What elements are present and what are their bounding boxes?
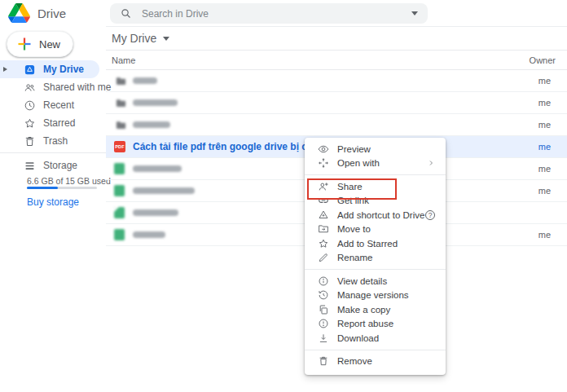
star-icon <box>24 117 36 130</box>
sidebar-item-starred[interactable]: Starred <box>0 114 106 132</box>
menu-item-label: Share <box>337 182 435 192</box>
menu-item-label: Remove <box>337 356 435 366</box>
spreadsheet-file-icon <box>114 229 125 240</box>
storage-label: Storage <box>43 160 77 171</box>
menu-item-move-to[interactable]: Move to <box>305 222 446 237</box>
sidebar-item-label: Shared with me <box>43 81 111 93</box>
menu-item-label: Add to Starred <box>337 239 435 249</box>
buy-storage-link[interactable]: Buy storage <box>27 196 79 208</box>
menu-item-label: Manage versions <box>337 290 435 300</box>
folder-icon <box>114 97 133 109</box>
sidebar-divider <box>0 152 106 153</box>
search-bar[interactable] <box>110 3 428 24</box>
context-menu: PreviewOpen withShareGet linkAdd shortcu… <box>305 138 446 375</box>
copy-icon <box>318 304 329 315</box>
spreadsheet-file-icon <box>114 185 125 196</box>
clock-icon <box>24 99 36 112</box>
submenu-chevron-icon <box>427 158 435 168</box>
sidebar-item-label: My Drive <box>43 64 84 75</box>
menu-item-manage-versions[interactable]: Manage versions <box>305 288 446 303</box>
menu-item-label: Make a copy <box>337 305 435 315</box>
folder-icon <box>114 75 133 87</box>
folder-icon <box>114 119 133 131</box>
menu-item-download[interactable]: Download <box>305 331 446 346</box>
menu-item-remove[interactable]: Remove <box>305 355 446 369</box>
sidebar-item-my-drive[interactable]: My Drive <box>0 60 99 78</box>
blurred-file-name <box>133 187 195 194</box>
search-input[interactable] <box>140 7 411 20</box>
menu-section: ShareGet linkAdd shortcut to Drive?Move … <box>305 175 446 270</box>
breadcrumb[interactable]: My Drive <box>112 32 169 45</box>
eye-icon <box>318 143 329 155</box>
blurred-file-name <box>133 231 165 238</box>
owner-cell: me <box>500 186 567 196</box>
list-header: Name Owner <box>106 51 567 70</box>
spreadsheet-file-icon <box>114 207 125 218</box>
owner-cell: me <box>500 98 567 108</box>
menu-item-get-link[interactable]: Get link <box>305 194 446 209</box>
drive-logo-icon <box>8 3 30 23</box>
column-header-owner[interactable]: Owner <box>505 55 567 65</box>
sidebar-item-shared-with-me[interactable]: Shared with me <box>0 78 106 96</box>
menu-item-label: Move to <box>337 224 435 234</box>
menu-item-label: Rename <box>337 253 435 262</box>
owner-cell: me <box>500 142 567 152</box>
menu-item-label: Open with <box>337 158 427 168</box>
rename-icon <box>318 252 329 263</box>
blurred-file-name <box>133 165 182 172</box>
sidebar-item-recent[interactable]: Recent <box>0 96 106 114</box>
new-button[interactable]: New <box>7 31 73 57</box>
menu-item-report-abuse[interactable]: Report abuse <box>305 317 446 332</box>
report-icon <box>318 318 329 329</box>
breadcrumb-label: My Drive <box>112 32 156 45</box>
file-row[interactable]: me <box>106 92 567 114</box>
add-shortcut-icon <box>318 209 329 221</box>
menu-item-view-details[interactable]: View details <box>305 274 446 288</box>
menu-item-preview[interactable]: Preview <box>305 142 446 156</box>
menu-item-open-with[interactable]: Open with <box>305 156 446 171</box>
my-drive-icon <box>24 64 36 76</box>
breadcrumb-caret-icon <box>163 37 169 41</box>
menu-item-label: Download <box>337 333 435 343</box>
drive-logo[interactable]: Drive <box>8 3 66 23</box>
file-row[interactable]: me <box>106 70 567 92</box>
help-icon[interactable]: ? <box>425 210 435 220</box>
spreadsheet-file-icon <box>114 229 133 240</box>
trash-icon <box>318 355 329 367</box>
menu-item-label: Report abuse <box>337 319 435 328</box>
download-icon <box>318 333 329 344</box>
menu-item-share[interactable]: Share <box>305 179 446 194</box>
blurred-file-name <box>133 77 157 84</box>
column-header-name[interactable]: Name <box>106 55 505 65</box>
pdf-file-icon: PDF <box>114 141 133 152</box>
sidebar-item-label: Starred <box>43 117 75 129</box>
sidebar-item-trash[interactable]: Trash <box>0 132 106 150</box>
spreadsheet-file-icon <box>114 163 125 174</box>
menu-section: View detailsManage versionsMake a copyRe… <box>305 270 446 350</box>
file-row[interactable]: me <box>106 114 567 136</box>
menu-item-add-to-starred[interactable]: Add to Starred <box>305 236 446 251</box>
app-title: Drive <box>37 7 66 20</box>
menu-item-add-shortcut-to-drive[interactable]: Add shortcut to Drive? <box>305 208 446 222</box>
trash-icon <box>24 135 36 148</box>
menu-item-rename[interactable]: Rename <box>305 251 446 266</box>
person-add-icon <box>318 181 329 192</box>
google-drive-app: Drive New My DriveShared with meRecentSt… <box>0 0 567 392</box>
spreadsheet-file-icon <box>114 163 133 174</box>
menu-item-label: Preview <box>337 144 435 154</box>
sidebar-item-storage[interactable]: Storage <box>0 156 106 174</box>
search-options-caret-icon[interactable] <box>411 11 418 15</box>
owner-cell: me <box>500 164 567 174</box>
menu-item-make-a-copy[interactable]: Make a copy <box>305 302 446 317</box>
storage-icon <box>24 160 36 172</box>
menu-item-label: Add shortcut to Drive <box>337 210 425 220</box>
open-with-icon <box>318 157 329 169</box>
spreadsheet-file-icon <box>114 207 133 218</box>
storage-progress-fill <box>27 187 58 189</box>
blurred-file-name <box>133 99 178 106</box>
top-bar: Drive <box>0 0 567 26</box>
expand-arrow-icon[interactable] <box>3 67 7 72</box>
menu-section: Remove <box>305 350 446 376</box>
breadcrumb-row: My Drive <box>106 27 567 51</box>
menu-item-label: View details <box>337 276 435 286</box>
